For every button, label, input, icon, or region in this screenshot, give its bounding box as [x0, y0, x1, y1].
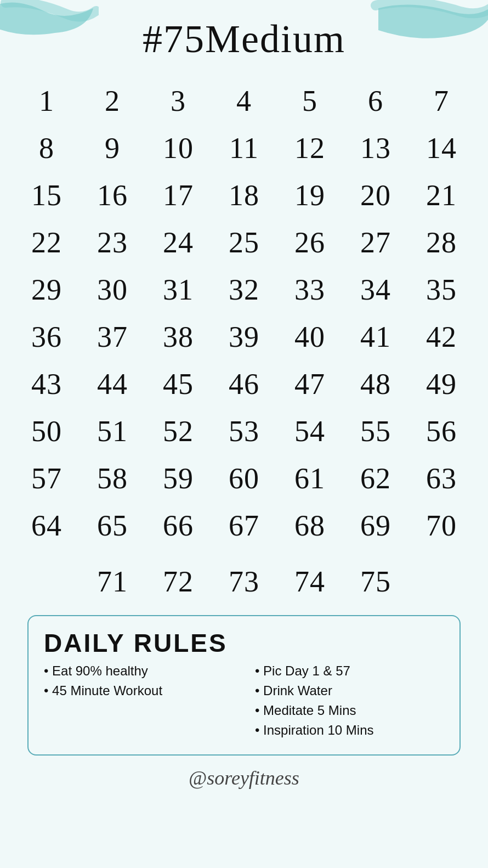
number-cell: 56	[408, 409, 474, 454]
number-cell: 53	[211, 409, 277, 454]
number-cell: 25	[211, 220, 277, 265]
number-cell: 38	[145, 314, 211, 359]
number-cell: 72	[145, 559, 211, 604]
number-cell: 16	[80, 173, 145, 218]
number-cell: 45	[145, 362, 211, 407]
number-cell: 22	[14, 220, 80, 265]
number-cell: 8	[14, 126, 80, 171]
number-cell: 7	[408, 78, 474, 123]
rule-item: Eat 90% healthy	[44, 663, 233, 679]
number-cell: 28	[408, 220, 474, 265]
number-cell: 66	[145, 503, 211, 548]
number-cell: 17	[145, 173, 211, 218]
number-cell: 26	[277, 220, 343, 265]
number-cell: 24	[145, 220, 211, 265]
number-cell: 46	[211, 362, 277, 407]
number-cell: 42	[408, 314, 474, 359]
number-cell: 4	[211, 78, 277, 123]
rules-right-col: Pic Day 1 & 57Drink WaterMeditate 5 Mins…	[255, 663, 444, 742]
number-cell: 74	[277, 559, 343, 604]
number-cell: 48	[343, 362, 408, 407]
number-cell: 39	[211, 314, 277, 359]
number-cell: 50	[14, 409, 80, 454]
number-cell: 68	[277, 503, 343, 548]
number-cell: 5	[277, 78, 343, 123]
number-cell: 14	[408, 126, 474, 171]
number-cell: 63	[408, 456, 474, 501]
number-cell: 40	[277, 314, 343, 359]
number-cell: 13	[343, 126, 408, 171]
number-cell: 64	[14, 503, 80, 548]
rules-right-list: Pic Day 1 & 57Drink WaterMeditate 5 Mins…	[255, 663, 444, 738]
number-cell: 51	[80, 409, 145, 454]
number-cell: 59	[145, 456, 211, 501]
number-cell: 60	[211, 456, 277, 501]
number-cell: 34	[343, 267, 408, 312]
number-cell: 19	[277, 173, 343, 218]
number-cell: 20	[343, 173, 408, 218]
rules-left-col: Eat 90% healthy45 Minute Workout	[44, 663, 233, 742]
page-title: #75Medium	[0, 0, 488, 62]
number-cell: 70	[408, 503, 474, 548]
rules-left-list: Eat 90% healthy45 Minute Workout	[44, 663, 233, 698]
rule-item: Drink Water	[255, 683, 444, 698]
number-cell: 27	[343, 220, 408, 265]
number-cell: 9	[80, 126, 145, 171]
rules-title: DAILY RULES	[44, 628, 444, 658]
number-cell: 36	[14, 314, 80, 359]
number-cell: 73	[211, 559, 277, 604]
number-cell: 10	[145, 126, 211, 171]
number-cell: 29	[14, 267, 80, 312]
rule-item: 45 Minute Workout	[44, 683, 233, 698]
number-grid: 1234567891011121314151617181920212223242…	[14, 78, 474, 548]
number-cell: 43	[14, 362, 80, 407]
number-cell: 52	[145, 409, 211, 454]
number-cell: 31	[145, 267, 211, 312]
number-cell: 57	[14, 456, 80, 501]
number-cell: 65	[80, 503, 145, 548]
number-cell: 33	[277, 267, 343, 312]
number-cell: 67	[211, 503, 277, 548]
number-cell: 12	[277, 126, 343, 171]
number-cell: 61	[277, 456, 343, 501]
number-cell: 37	[80, 314, 145, 359]
number-cell: 2	[80, 78, 145, 123]
number-cell: 11	[211, 126, 277, 171]
number-cell: 71	[80, 559, 145, 604]
number-cell: 44	[80, 362, 145, 407]
rule-item: Pic Day 1 & 57	[255, 663, 444, 679]
number-cell: 18	[211, 173, 277, 218]
number-cell: 54	[277, 409, 343, 454]
number-cell: 69	[343, 503, 408, 548]
number-cell: 41	[343, 314, 408, 359]
number-cell: 15	[14, 173, 80, 218]
number-cell: 23	[80, 220, 145, 265]
number-cell: 30	[80, 267, 145, 312]
number-cell: 62	[343, 456, 408, 501]
number-cell: 55	[343, 409, 408, 454]
number-cell: 35	[408, 267, 474, 312]
rule-item: Inspiration 10 Mins	[255, 723, 444, 738]
number-cell: 3	[145, 78, 211, 123]
number-cell: 1	[14, 78, 80, 123]
last-row: 7172737475	[14, 559, 474, 604]
rule-item: Meditate 5 Mins	[255, 703, 444, 718]
rules-columns: Eat 90% healthy45 Minute Workout Pic Day…	[44, 663, 444, 742]
footer-handle: @soreyfitness	[0, 766, 488, 795]
rules-box: DAILY RULES Eat 90% healthy45 Minute Wor…	[27, 615, 461, 756]
number-cell: 32	[211, 267, 277, 312]
number-cell: 21	[408, 173, 474, 218]
number-cell: 58	[80, 456, 145, 501]
number-cell: 75	[343, 559, 408, 604]
number-cell: 49	[408, 362, 474, 407]
number-cell: 6	[343, 78, 408, 123]
number-cell: 47	[277, 362, 343, 407]
